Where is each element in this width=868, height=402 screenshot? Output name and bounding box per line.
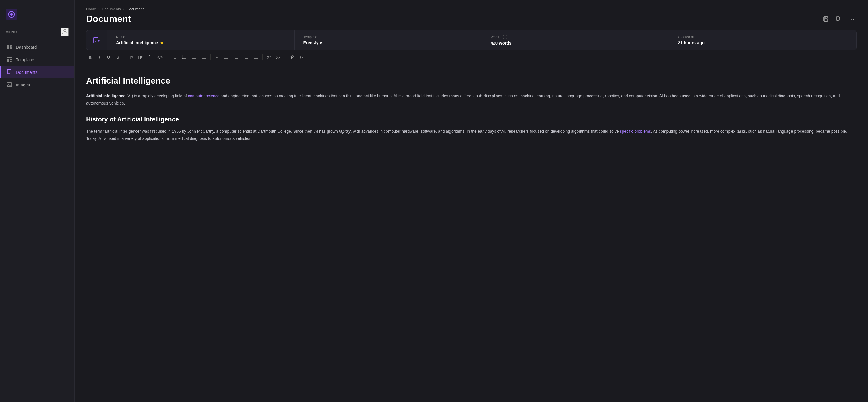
meta-words-label: Words i [491,35,660,39]
images-icon [7,82,12,88]
duplicate-button[interactable] [834,14,843,24]
menu-profile-button[interactable] [61,28,69,36]
ol-icon: 1 2 3 [172,55,177,59]
italic-button[interactable]: I [95,53,103,61]
doc-para1-middle: (AI) is a rapidly developing field of [125,94,188,98]
more-icon: ··· [848,16,855,22]
outdent-button[interactable] [190,53,198,61]
documents-icon [7,69,12,75]
doc-heading-1: Artificial Intelligence [86,76,857,86]
link-button[interactable] [287,53,296,61]
blockquote-button[interactable]: " [146,53,154,61]
doc-paragraph-2: The term “artificial intelligence” was f… [86,128,857,142]
more-actions-button[interactable]: ··· [846,14,857,24]
meta-words-cell: Words i 420 words [482,30,670,50]
star-icon: ★ [160,40,164,45]
doc-para1-link[interactable]: computer science [188,94,220,98]
toolbar-separator-3 [210,54,211,60]
ul-icon [182,55,187,59]
words-label-text: Words [491,35,500,39]
underline-button[interactable]: U [104,53,113,61]
h2-button[interactable]: H2 [136,53,144,61]
meta-bar: Name Artificial intelligence ★ Template … [86,30,857,50]
svg-rect-9 [10,44,12,47]
doc-heading-2: History of Artificial Intelligence [86,116,857,123]
superscript-button[interactable]: X2 [274,53,282,61]
svg-rect-20 [7,83,12,87]
images-label: Images [16,83,30,87]
page-actions: ··· [821,14,857,24]
clear-format-button[interactable]: Tx [297,53,305,61]
indent-button[interactable] [199,53,208,61]
meta-created-label: Created at [678,35,848,39]
align-right-icon [244,55,248,59]
bold-button[interactable]: B [86,53,94,61]
page-title-row: Document ··· [86,13,857,24]
meta-created-cell: Created at 21 hours ago [670,30,857,50]
words-info-icon: i [503,35,507,39]
sidebar: MENU Dashboard Templates [0,0,74,402]
svg-rect-27 [836,17,839,21]
meta-template-label: Template [303,35,473,39]
sidebar-item-dashboard[interactable]: Dashboard [0,40,74,53]
ltr-button[interactable]: ⇐ [213,53,221,61]
justify-button[interactable] [251,53,260,61]
svg-rect-23 [825,17,827,19]
breadcrumb-documents[interactable]: Documents [102,7,121,11]
svg-point-43 [182,58,183,59]
unordered-list-button[interactable] [180,53,189,61]
meta-template-cell: Template Freestyle [295,30,482,50]
meta-name-label: Name [116,35,286,39]
dashboard-icon [7,44,12,50]
menu-label: MENU [6,30,17,34]
svg-rect-15 [10,61,12,62]
align-center-button[interactable] [232,53,241,61]
align-right-button[interactable] [242,53,250,61]
svg-rect-10 [7,47,9,49]
sidebar-item-images[interactable]: Images [0,79,74,91]
editor-content[interactable]: Artificial Intelligence Artificial Intel… [74,64,868,402]
templates-label: Templates [16,57,35,62]
logo-area [0,6,74,26]
name-text: Artificial intelligence [116,40,158,45]
svg-point-7 [64,29,66,32]
subscript-button[interactable]: X2 [265,53,273,61]
align-center-icon [234,55,239,59]
save-button[interactable] [821,14,830,24]
breadcrumb-home[interactable]: Home [86,7,96,11]
outdent-icon [192,55,196,59]
doc-para2-italic: rapidly [339,129,351,133]
doc-para2-link[interactable]: specific problems [620,129,651,133]
toolbar-separator-2 [167,54,168,60]
meta-name-cell: Name Artificial intelligence ★ [107,30,295,50]
doc-paragraph-1: Artificial Intelligence (AI) is a rapidl… [86,92,857,106]
sidebar-item-documents[interactable]: Documents [0,66,74,79]
save-icon [823,16,829,22]
main-area: Home › Documents › Document Document [74,0,868,402]
page-header: Home › Documents › Document Document [74,0,868,30]
documents-label: Documents [16,70,38,75]
toolbar-separator-5 [285,54,285,60]
document-edit-icon [93,36,101,44]
align-left-icon [224,55,229,59]
meta-name-value: Artificial intelligence ★ [116,40,286,45]
doc-para2-text: The term “artificial intelligence” was f… [86,129,339,133]
app-logo-icon [6,9,17,20]
strikethrough-button[interactable]: S [114,53,122,61]
align-left-button[interactable] [222,53,231,61]
meta-created-value: 21 hours ago [678,40,848,45]
page-title: Document [86,13,131,24]
meta-words-value: 420 words [491,40,660,45]
h1-button[interactable]: H1 [127,53,135,61]
svg-text:3: 3 [173,57,174,59]
toolbar-separator-1 [124,54,124,60]
sidebar-item-templates[interactable]: Templates [0,53,74,66]
meta-template-value: Freestyle [303,40,473,45]
indent-icon [202,55,206,59]
svg-rect-24 [825,19,827,21]
doc-para2-middle: , with advances in computer hardware, so… [351,129,620,133]
svg-rect-8 [7,44,9,47]
code-button[interactable]: </> [155,53,165,61]
svg-rect-11 [10,47,12,49]
ordered-list-button[interactable]: 1 2 3 [170,53,179,61]
